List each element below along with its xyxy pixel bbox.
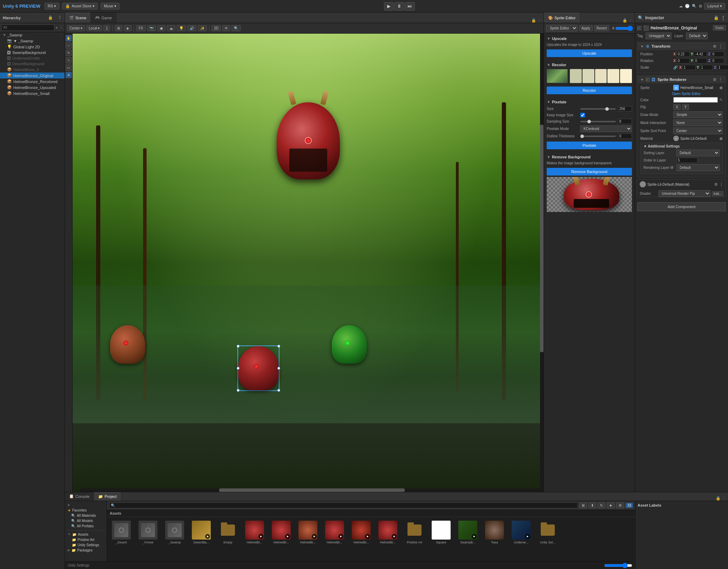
project-packages[interactable]: ▶ 📁 Packages bbox=[66, 548, 105, 553]
shader-select[interactable]: Universal Render Pip bbox=[659, 190, 710, 197]
recolor-button[interactable]: Recolor bbox=[547, 87, 632, 94]
material-link-btn[interactable]: ◉ bbox=[719, 136, 723, 141]
project-assets-root[interactable]: ▼ 📁 Assets bbox=[66, 532, 105, 537]
sprite-link-btn[interactable]: ◉ bbox=[719, 85, 723, 90]
center-dropdown[interactable]: Center ▾ bbox=[67, 25, 85, 31]
outline-input[interactable] bbox=[618, 133, 632, 139]
pixelate-mode-select[interactable]: KCentroid bbox=[580, 125, 632, 132]
project-all-models[interactable]: 🔍 All Models bbox=[66, 518, 105, 523]
asset-empty[interactable]: Empty bbox=[216, 519, 240, 546]
active-checkbox[interactable]: ✓ bbox=[637, 26, 641, 30]
recolor-header[interactable]: ▼ Recolor bbox=[547, 63, 632, 67]
hierarchy-item-helmet-original[interactable]: 📦 HelmetBronze_Original bbox=[0, 73, 65, 78]
upscale-header[interactable]: ▼ Upscale bbox=[547, 36, 632, 41]
scale-tool[interactable]: ⤡ bbox=[66, 57, 72, 63]
scene-vertical-scrollbar[interactable] bbox=[540, 34, 544, 488]
project-add-btn[interactable]: + bbox=[66, 502, 105, 508]
cloud-icon[interactable]: ☁ bbox=[679, 4, 683, 8]
asset-swamp[interactable]: ⬡ _Swamp bbox=[162, 519, 187, 546]
inspector-menu-icon[interactable]: ⋮ bbox=[721, 15, 725, 20]
hierarchy-item-undersea[interactable]: 🖼 UnderseaGrotto bbox=[0, 55, 65, 61]
rotate-tool[interactable]: ↻ bbox=[66, 50, 72, 56]
project-unity-settings[interactable]: 📁 Unity Settings bbox=[66, 542, 105, 548]
add-component-button[interactable]: Add Component bbox=[637, 202, 726, 211]
sprite-renderer-header[interactable]: ▼ ✓ 🖼 Sprite Renderer ⚙ ⋮ bbox=[638, 76, 726, 83]
asset-desert[interactable]: ⬡ _Desert bbox=[109, 519, 134, 546]
local-dropdown[interactable]: Local ▾ bbox=[86, 25, 102, 31]
tab-sprite-editor[interactable]: 🎨 Sprite Editor bbox=[544, 13, 580, 23]
pos-z-input[interactable] bbox=[711, 52, 724, 57]
history-icon[interactable]: 🕐 bbox=[685, 4, 690, 8]
color-swatch-1[interactable] bbox=[570, 69, 582, 83]
hierarchy-item-helmet-upscaled[interactable]: 📦 HelmetBronze_Upscaled bbox=[0, 84, 65, 90]
open-sprite-editor-link[interactable]: Open Sprite Editor bbox=[640, 92, 723, 96]
project-pristine-art[interactable]: 📁 Pristine Art bbox=[66, 537, 105, 542]
pixelate-button[interactable]: Pixelate bbox=[547, 142, 632, 149]
transform-gear[interactable]: ⚙ bbox=[713, 44, 716, 49]
helmet-bottom-1[interactable] bbox=[110, 325, 145, 364]
hierarchy-item-helmet-recolored[interactable]: 📦 HelmetBronze_Recolored bbox=[0, 78, 65, 84]
scene-menu-icon[interactable]: ⋮ bbox=[538, 18, 541, 23]
2d-btn[interactable]: 2D bbox=[211, 25, 221, 31]
helmet-bottom-3[interactable] bbox=[332, 325, 367, 364]
asset-helmet-2[interactable]: ▶ HelmetBr... bbox=[269, 519, 294, 546]
inspector-lock-icon[interactable]: 🔒 bbox=[714, 15, 719, 20]
transform-tool[interactable]: ⊕ bbox=[66, 72, 72, 78]
asset-size-slider[interactable] bbox=[604, 563, 632, 568]
asset-unity-settings[interactable]: Unity Set... bbox=[535, 519, 560, 546]
search-icon[interactable]: 🔍 bbox=[692, 4, 697, 8]
tag-select[interactable]: Untagged bbox=[646, 33, 672, 39]
hand-tool[interactable]: ✋ bbox=[66, 35, 72, 41]
asset-undersea[interactable]: ▶ Underse... bbox=[509, 519, 533, 546]
bottom-menu-icon[interactable]: ⋮ bbox=[722, 496, 726, 501]
mat-gear[interactable]: ⚙ bbox=[714, 182, 718, 187]
import-btn[interactable]: ⬇ bbox=[588, 502, 596, 508]
swamp-menu[interactable]: ⋮ bbox=[60, 33, 63, 37]
sampling-slider[interactable] bbox=[580, 121, 616, 122]
size-input[interactable] bbox=[618, 106, 632, 111]
draw-mode-select[interactable]: Simple bbox=[673, 111, 723, 118]
hierarchy-item-swamp-bg[interactable]: 🖼 SwampBackground bbox=[0, 50, 65, 55]
hierarchy-item-helmet-small[interactable]: 📦 HelmetBronze_Small bbox=[0, 90, 65, 96]
pos-x-input[interactable] bbox=[676, 52, 690, 57]
assets-search-input[interactable] bbox=[109, 502, 578, 508]
color-link-btn[interactable]: ✎ bbox=[719, 97, 723, 102]
size-slider[interactable] bbox=[580, 108, 616, 110]
color-swatch-2[interactable] bbox=[582, 69, 594, 83]
grid-icon[interactable]: ⊞ bbox=[699, 4, 702, 8]
rs-menu-button[interactable]: RS ▾ bbox=[45, 3, 59, 9]
favorites-toggle-btn[interactable]: ★ bbox=[607, 502, 615, 508]
bottom-lock-icon[interactable]: 🔒 bbox=[716, 496, 721, 501]
color-swatch-4[interactable] bbox=[607, 69, 619, 83]
persp-btn[interactable]: ⟳ bbox=[222, 25, 230, 31]
hierarchy-item-main-camera[interactable]: 📷 ▼ _Swamp bbox=[0, 38, 65, 44]
search-scene-btn[interactable]: 🔍 bbox=[231, 25, 241, 31]
layout-button[interactable]: Layout ▾ bbox=[704, 3, 725, 9]
upscale-button[interactable]: Upscale bbox=[547, 49, 632, 57]
fx2-btn[interactable]: ✨ bbox=[198, 25, 207, 31]
tab-project[interactable]: 📁 Project bbox=[94, 492, 121, 501]
color-swatch-5[interactable] bbox=[620, 69, 632, 83]
scene-view[interactable]: ✋ ↔ ↻ ⤡ ▭ ⊕ bbox=[65, 34, 544, 492]
asset-swamp-bg[interactable]: ▶ SwampB... bbox=[456, 519, 480, 546]
outline-slider[interactable] bbox=[580, 136, 616, 137]
handle-ml[interactable] bbox=[237, 367, 240, 370]
refresh-btn[interactable]: ↻ bbox=[598, 502, 605, 508]
play-button[interactable]: ▶ bbox=[384, 2, 394, 11]
hierarchy-menu-icon[interactable]: ⋮ bbox=[58, 15, 62, 20]
scale-x-input[interactable] bbox=[682, 65, 696, 70]
additional-header[interactable]: ▼ Additional Settings bbox=[643, 144, 720, 148]
color-swatch-3[interactable] bbox=[595, 69, 607, 83]
sampling-input[interactable] bbox=[618, 119, 632, 124]
project-favorites[interactable]: ★ Favorites bbox=[66, 508, 105, 513]
scene-lock-icon[interactable]: 🔒 bbox=[531, 18, 536, 23]
hierarchy-menu-btn[interactable]: ⋮ bbox=[59, 25, 63, 30]
scene-vscrollbar-thumb[interactable] bbox=[540, 125, 544, 352]
hierarchy-item-swamp[interactable]: ▼ _Swamp ⋮ bbox=[0, 32, 65, 38]
keep-image-size-checkbox[interactable] bbox=[580, 113, 585, 117]
remove-bg-button[interactable]: Remove Background bbox=[547, 168, 632, 176]
handle-tl[interactable] bbox=[237, 345, 240, 348]
shader-edit-btn[interactable]: Edit... bbox=[712, 191, 723, 196]
layer-select[interactable]: Default bbox=[686, 33, 708, 39]
sorting-layer-select[interactable]: Default bbox=[676, 150, 720, 156]
